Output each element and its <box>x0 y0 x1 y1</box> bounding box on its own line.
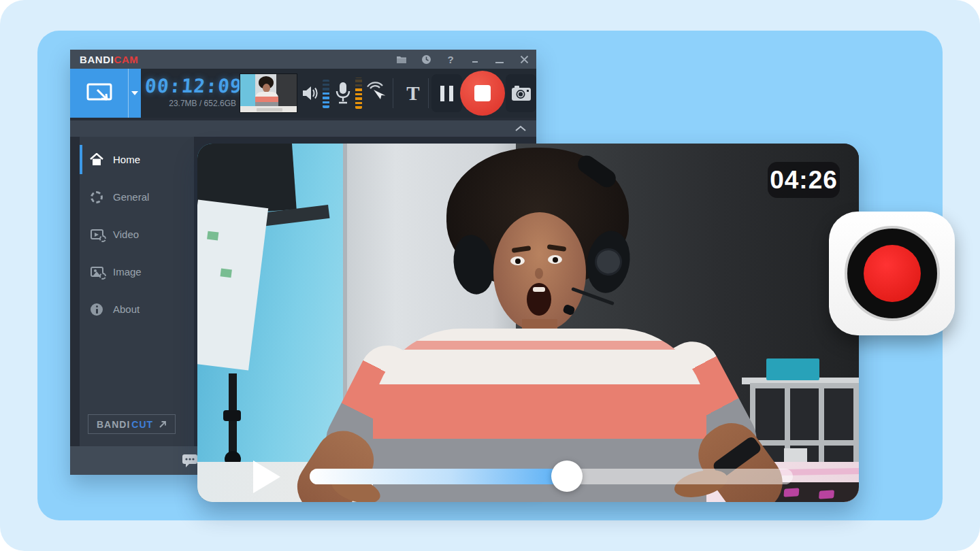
sidebar-item-label: About <box>113 303 140 315</box>
app-logo: BANDICAM <box>80 54 138 65</box>
chevron-down-icon <box>131 91 138 95</box>
person-eye <box>548 255 562 264</box>
video-settings-icon <box>89 229 104 239</box>
about-icon <box>89 303 104 316</box>
sidebar-item-label: Image <box>113 266 142 278</box>
screenshot-button[interactable] <box>506 74 536 112</box>
sidebar-item-label: Home <box>113 154 140 165</box>
scene-pole-clamp <box>223 410 241 421</box>
webcam-keyboard <box>257 108 282 112</box>
stop-record-button[interactable] <box>460 71 505 116</box>
camera-icon <box>511 85 532 101</box>
person-teeth <box>533 287 545 292</box>
speaker-level-meter <box>323 80 329 108</box>
mic-meter-dim <box>355 78 362 87</box>
gear-icon <box>89 191 104 203</box>
webcam-person-shirt <box>255 92 278 107</box>
brand-bandi: BANDI <box>80 54 114 65</box>
minimize-glyph <box>495 62 504 63</box>
scene-sticky-note <box>220 268 232 278</box>
mouse-effect-button[interactable] <box>364 80 389 106</box>
progress-fill <box>310 469 567 484</box>
image-settings-icon <box>89 267 104 277</box>
record-dot-icon <box>864 245 921 302</box>
mouse-click-icon <box>365 81 388 105</box>
page-background: BANDICAM ? <box>0 0 980 551</box>
scene-sticky-note <box>207 231 218 241</box>
scene-shelf-cube <box>790 388 819 440</box>
folder-icon[interactable] <box>389 50 414 69</box>
text-overlay-button[interactable]: T <box>399 78 427 108</box>
close-icon[interactable] <box>512 50 536 69</box>
scene-rgb-key <box>783 488 799 497</box>
help-label: ? <box>447 54 453 65</box>
duration-badge: 04:26 <box>768 162 840 198</box>
screen-area-button[interactable] <box>70 69 128 118</box>
window-controls: ? <box>389 50 536 69</box>
mic-button[interactable] <box>333 81 353 105</box>
text-overlay-icon: T <box>406 82 419 105</box>
duration-text: 04:26 <box>770 166 838 195</box>
sidebar: Home General Video Image <box>80 137 194 446</box>
minimize-icon[interactable] <box>487 50 512 69</box>
bandicut-link[interactable]: BANDICUT <box>88 414 176 434</box>
speaker-button[interactable] <box>300 83 321 103</box>
chat-icon[interactable] <box>182 454 198 467</box>
progress-handle[interactable] <box>551 461 583 492</box>
external-link-icon <box>159 420 167 429</box>
scene-shelf-cube <box>824 388 853 440</box>
record-toolbar: 00:12:09 23.7MB / 652.6GB <box>70 69 536 118</box>
mic-icon <box>335 82 351 105</box>
stop-icon <box>474 85 491 101</box>
pause-icon <box>440 86 453 101</box>
minimize-tray-icon[interactable] <box>463 50 487 69</box>
collapse-header <box>70 120 536 137</box>
screen-area-icon <box>86 83 112 103</box>
speaker-meter-dim <box>323 80 329 91</box>
sidebar-item-label: General <box>113 191 149 203</box>
chevron-up-icon[interactable] <box>514 125 527 132</box>
sidebar-item-about[interactable]: About <box>80 290 194 328</box>
sidebar-item-video[interactable]: Video <box>80 216 194 253</box>
sidebar-item-general[interactable]: General <box>80 178 194 216</box>
webcam-preview[interactable] <box>240 73 297 113</box>
video-frame: 04:26 <box>197 144 859 502</box>
toolbar-divider <box>393 78 393 108</box>
screen-area-dropdown[interactable] <box>128 69 141 118</box>
pause-button[interactable] <box>431 74 462 112</box>
bandicut-brand-left: BANDI <box>97 419 130 430</box>
toolbar-divider <box>428 78 429 108</box>
person-nose <box>535 268 543 279</box>
play-button[interactable] <box>253 461 280 493</box>
help-icon[interactable]: ? <box>438 50 463 69</box>
brand-cam: CAM <box>114 54 139 65</box>
titlebar: BANDICAM ? <box>70 50 536 69</box>
sidebar-item-label: Video <box>113 229 139 240</box>
person-eye <box>510 256 525 265</box>
sidebar-item-image[interactable]: Image <box>80 253 194 290</box>
speaker-icon <box>301 84 319 102</box>
sidebar-item-home[interactable]: Home <box>80 141 194 178</box>
minimize-tray-glyph <box>472 61 478 63</box>
scene-shelf-cube <box>755 388 785 440</box>
mic-level-meter <box>355 78 362 109</box>
bandicam-app-icon[interactable] <box>829 212 955 335</box>
home-icon <box>89 153 104 166</box>
clock-icon[interactable] <box>414 50 438 69</box>
scene-rgb-key <box>819 490 834 499</box>
scene-teal-box <box>766 358 819 380</box>
storage-usage: 23.7MB / 652.6GB <box>146 99 236 108</box>
bandicut-brand-right: CUT <box>131 419 153 430</box>
recording-timer: 00:12:09 <box>144 75 237 97</box>
record-ring-icon <box>845 226 940 321</box>
